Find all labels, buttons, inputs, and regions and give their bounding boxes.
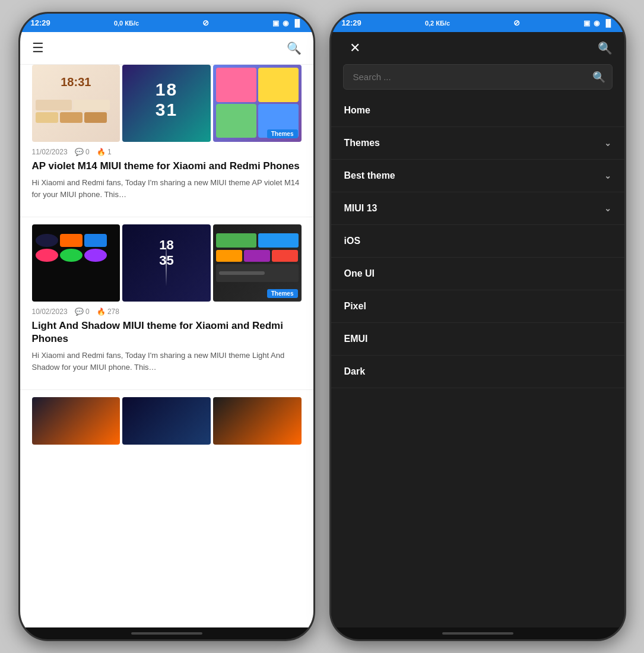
article-1-tag: Themes xyxy=(267,129,298,138)
article-2-img-1 xyxy=(32,224,120,302)
partial-img-2 xyxy=(122,397,211,445)
article-2-title[interactable]: Light And Shadow MIUI theme for Xiaomi a… xyxy=(32,319,302,345)
left-status-icons: ▣ ◉ ▐▌ xyxy=(272,19,302,27)
menu-item-miui13-label: MIUI 13 xyxy=(344,203,377,214)
right-network-speed: 0,2 КБ/с xyxy=(425,20,450,27)
article-2-img-3: Themes xyxy=(213,224,302,302)
right-wifi-icon: ◉ xyxy=(594,19,599,27)
left-home-bar xyxy=(131,632,202,635)
search-icon[interactable]: 🔍 xyxy=(287,41,302,55)
menu-item-best-theme-label: Best theme xyxy=(344,170,395,181)
left-mute-icon: ⊘ xyxy=(202,18,209,27)
menu-search-button[interactable]: 🔍 xyxy=(592,71,605,84)
partial-img-3 xyxy=(213,397,302,445)
menu-item-emui-label: EMUI xyxy=(344,334,368,344)
menu-item-one-ui-label: One UI xyxy=(344,268,375,279)
right-battery-icon: ▐▌ xyxy=(603,19,613,27)
blog-content: 18:31 1831 xyxy=(20,65,313,627)
menu-item-home-label: Home xyxy=(344,105,370,116)
wifi-icon: ◉ xyxy=(283,19,288,27)
article-2-date: 10/02/2023 xyxy=(32,308,68,316)
menu-item-themes-label: Themes xyxy=(344,138,380,148)
menu-search-container: 🔍 xyxy=(343,64,613,90)
article-2-meta: 10/02/2023 💬 0 🔥 278 xyxy=(32,308,302,316)
menu-item-emui[interactable]: EMUI xyxy=(331,323,624,356)
menu-item-ios-label: iOS xyxy=(344,236,361,246)
partial-img-1 xyxy=(32,397,120,445)
article-1: 18:31 1831 xyxy=(20,65,313,210)
right-mute-icon: ⊘ xyxy=(513,18,520,27)
article-1-comments: 💬 0 xyxy=(75,148,90,156)
menu-search-input[interactable] xyxy=(343,64,613,90)
menu-item-pixel-label: Pixel xyxy=(344,301,366,312)
article-1-images: 18:31 1831 xyxy=(32,65,302,142)
menu-item-miui13[interactable]: MIUI 13 ⌄ xyxy=(331,192,624,225)
menu-item-pixel[interactable]: Pixel xyxy=(331,290,624,323)
article-1-img-2: 1831 xyxy=(122,65,211,142)
hamburger-icon[interactable]: ☰ xyxy=(32,40,44,56)
article-1-img-1: 18:31 xyxy=(32,65,120,142)
battery-icon: ▐▌ xyxy=(292,19,302,27)
left-network-speed: 0,0 КБ/с xyxy=(114,20,139,27)
article-1-excerpt: Hi Xiaomi and Redmi fans, Today I'm shar… xyxy=(32,177,302,200)
divider-2 xyxy=(20,389,313,390)
article-2-tag: Themes xyxy=(267,289,298,298)
article-1-title[interactable]: AP violet M14 MIUI theme for Xiaomi and … xyxy=(32,160,302,173)
article-1-img-3: Themes xyxy=(213,65,302,142)
article-2-images: 1835 xyxy=(32,224,302,302)
left-status-bar: 12:29 0,0 КБ/с ⊘ ▣ ◉ ▐▌ xyxy=(20,14,313,32)
article-2-excerpt: Hi Xiaomi and Redmi fans, Today I'm shar… xyxy=(32,350,302,373)
menu-screen: ✕ 🔍 🔍 Home Themes ⌄ Best theme ⌄ MIUI 13 xyxy=(331,32,624,627)
right-cast-icon: ▣ xyxy=(583,19,590,27)
blog-header: ☰ 🔍 xyxy=(20,32,313,65)
menu-item-dark[interactable]: Dark xyxy=(331,356,624,388)
menu-item-ios[interactable]: iOS xyxy=(331,225,624,258)
article-2-comments: 💬 0 xyxy=(75,308,90,316)
right-phone: 12:29 0,2 КБ/с ⊘ ▣ ◉ ▐▌ ✕ 🔍 🔍 Home Theme… xyxy=(329,12,626,641)
menu-close-button[interactable]: ✕ xyxy=(343,40,367,56)
menu-items-list: Home Themes ⌄ Best theme ⌄ MIUI 13 ⌄ iOS… xyxy=(331,94,624,627)
left-phone: 12:29 0,0 КБ/с ⊘ ▣ ◉ ▐▌ ☰ 🔍 18:31 xyxy=(18,12,315,641)
right-status-icons: ▣ ◉ ▐▌ xyxy=(583,19,613,27)
article-1-meta: 11/02/2023 💬 0 🔥 1 xyxy=(32,148,302,156)
menu-item-themes[interactable]: Themes ⌄ xyxy=(331,127,624,160)
right-home-bar xyxy=(442,632,513,635)
divider-1 xyxy=(20,217,313,217)
menu-item-best-theme[interactable]: Best theme ⌄ xyxy=(331,160,624,192)
themes-chevron-icon: ⌄ xyxy=(604,138,611,148)
right-status-bar: 12:29 0,2 КБ/с ⊘ ▣ ◉ ▐▌ xyxy=(331,14,624,32)
left-status-time: 12:29 xyxy=(31,18,50,27)
article-1-fire: 🔥 1 xyxy=(97,148,112,156)
article-2-img-2: 1835 xyxy=(122,224,211,302)
article-2: 1835 xyxy=(20,224,313,382)
menu-item-one-ui[interactable]: One UI xyxy=(331,258,624,290)
article-2-fire: 🔥 278 xyxy=(97,308,119,316)
menu-search-icon[interactable]: 🔍 xyxy=(598,41,613,55)
menu-item-dark-label: Dark xyxy=(344,366,366,377)
cast-icon: ▣ xyxy=(272,19,279,27)
menu-header: ✕ 🔍 xyxy=(331,32,624,64)
miui13-chevron-icon: ⌄ xyxy=(604,204,611,213)
best-theme-chevron-icon: ⌄ xyxy=(604,171,611,180)
partial-article-images xyxy=(32,397,302,445)
menu-item-home[interactable]: Home xyxy=(331,94,624,127)
right-status-time: 12:29 xyxy=(342,18,361,27)
article-1-date: 11/02/2023 xyxy=(32,148,68,156)
